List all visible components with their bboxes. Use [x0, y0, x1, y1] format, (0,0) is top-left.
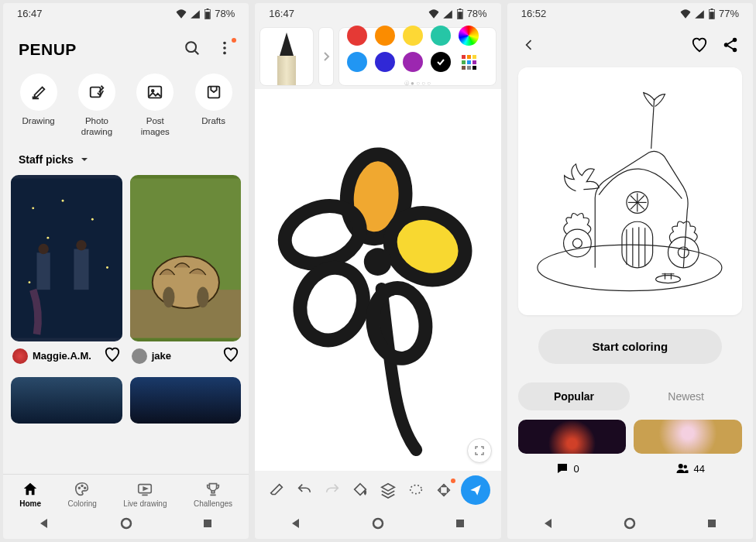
art-card[interactable]: Maggie.A.M.: [11, 175, 122, 371]
section-dropdown[interactable]: Staff picks: [3, 147, 249, 172]
start-coloring-button[interactable]: Start coloring: [538, 329, 722, 364]
svg-rect-75: [708, 520, 716, 527]
drawing-toolbar: ⦾ ● ○ ○ ○: [255, 24, 500, 89]
nav-challenges[interactable]: Challenges: [194, 481, 232, 508]
status-icons: 78%: [428, 8, 487, 19]
svg-point-72: [678, 464, 682, 468]
status-bar: 16:47 78%: [3, 3, 249, 24]
send-button[interactable]: [461, 475, 490, 505]
svg-point-19: [106, 266, 108, 269]
status-time: 16:47: [17, 8, 43, 19]
heart-icon[interactable]: [222, 346, 239, 366]
recents-button[interactable]: [201, 517, 214, 533]
svg-point-31: [81, 485, 83, 487]
more-icon[interactable]: [216, 39, 233, 60]
art-card[interactable]: jake: [130, 175, 242, 371]
svg-point-30: [79, 487, 81, 489]
svg-point-3: [187, 42, 197, 52]
svg-point-46: [364, 248, 392, 276]
fill-icon[interactable]: [349, 479, 371, 501]
color-purple[interactable]: [403, 52, 423, 72]
search-icon[interactable]: [184, 39, 201, 60]
layers-icon[interactable]: [377, 479, 399, 501]
coloring-result-thumb[interactable]: [518, 420, 627, 454]
color-rainbow[interactable]: [459, 26, 479, 46]
svg-point-22: [38, 244, 48, 254]
svg-rect-49: [456, 520, 464, 527]
system-nav: [507, 509, 753, 539]
tab-popular[interactable]: Popular: [518, 382, 631, 410]
coloring-result-thumb[interactable]: [634, 420, 742, 454]
svg-rect-50: [710, 12, 714, 19]
recents-button[interactable]: [706, 517, 718, 533]
eraser-icon[interactable]: [266, 479, 287, 501]
home-button[interactable]: [372, 517, 384, 533]
drawing-canvas[interactable]: [255, 89, 500, 471]
share-icon[interactable]: [722, 36, 739, 57]
back-button[interactable]: [290, 517, 302, 533]
quick-actions: Drawing Photo drawing Post images Drafts: [3, 70, 249, 147]
svg-line-4: [195, 51, 199, 55]
brush-selector[interactable]: [259, 27, 314, 86]
redo-icon[interactable]: [321, 479, 343, 501]
nav-home[interactable]: Home: [19, 481, 41, 508]
color-black-selected[interactable]: [431, 52, 451, 72]
home-button[interactable]: [624, 517, 636, 533]
avatar: [12, 348, 28, 364]
color-red[interactable]: [347, 26, 367, 46]
svg-point-34: [122, 519, 131, 528]
color-yellow[interactable]: [403, 26, 423, 46]
svg-point-23: [76, 240, 86, 250]
coloring-template[interactable]: [518, 67, 742, 315]
color-blue[interactable]: [375, 52, 395, 72]
bottom-nav: Home Coloring Live drawing Challenges: [3, 474, 249, 509]
svg-rect-20: [37, 252, 50, 290]
quick-action-photo-drawing[interactable]: Photo drawing: [71, 74, 122, 138]
color-orange[interactable]: [375, 26, 395, 46]
nav-coloring[interactable]: Coloring: [68, 481, 97, 508]
transform-icon[interactable]: [433, 479, 455, 501]
people-count[interactable]: 44: [675, 461, 705, 475]
svg-point-10: [152, 90, 154, 92]
home-button[interactable]: [120, 517, 132, 533]
svg-point-74: [625, 519, 634, 528]
undo-icon[interactable]: [294, 479, 315, 501]
svg-point-73: [683, 465, 687, 469]
color-more[interactable]: [459, 52, 479, 72]
svg-point-28: [163, 286, 174, 307]
quick-action-drawing[interactable]: Drawing: [13, 74, 64, 138]
svg-point-14: [62, 200, 64, 202]
art-card[interactable]: [130, 377, 242, 424]
quick-action-drafts[interactable]: Drafts: [188, 74, 239, 138]
art-card[interactable]: [11, 377, 122, 424]
svg-point-69: [564, 230, 592, 258]
svg-point-70: [573, 239, 582, 249]
art-image: [130, 175, 242, 341]
nav-live-drawing[interactable]: Live drawing: [123, 481, 167, 508]
back-icon[interactable]: [521, 37, 537, 56]
comments-count[interactable]: 0: [555, 461, 579, 475]
svg-rect-36: [458, 12, 462, 19]
tab-newest[interactable]: Newest: [630, 382, 742, 410]
svg-point-16: [46, 236, 49, 238]
coloring-header: [507, 24, 753, 64]
svg-rect-8: [91, 87, 101, 98]
drawing-bottom-tools: [255, 471, 500, 509]
fullscreen-icon[interactable]: [467, 438, 492, 463]
heart-icon[interactable]: [104, 346, 121, 366]
quick-action-post-images[interactable]: Post images: [129, 74, 180, 138]
expand-brushes-icon[interactable]: [318, 27, 334, 86]
back-button[interactable]: [38, 517, 50, 533]
avatar: [132, 348, 147, 364]
svg-point-44: [369, 285, 430, 362]
lasso-icon[interactable]: [405, 479, 427, 501]
color-lightblue[interactable]: [347, 52, 367, 72]
recents-button[interactable]: [454, 517, 466, 533]
heart-icon[interactable]: [691, 36, 708, 57]
status-bar: 16:47 78%: [255, 3, 500, 24]
color-teal[interactable]: [431, 26, 451, 46]
svg-point-6: [223, 46, 226, 50]
drawing-screen: 16:47 78% ⦾ ● ○ ○ ○: [255, 3, 500, 539]
back-button[interactable]: [542, 517, 555, 533]
app-header: PENUP: [3, 24, 249, 70]
